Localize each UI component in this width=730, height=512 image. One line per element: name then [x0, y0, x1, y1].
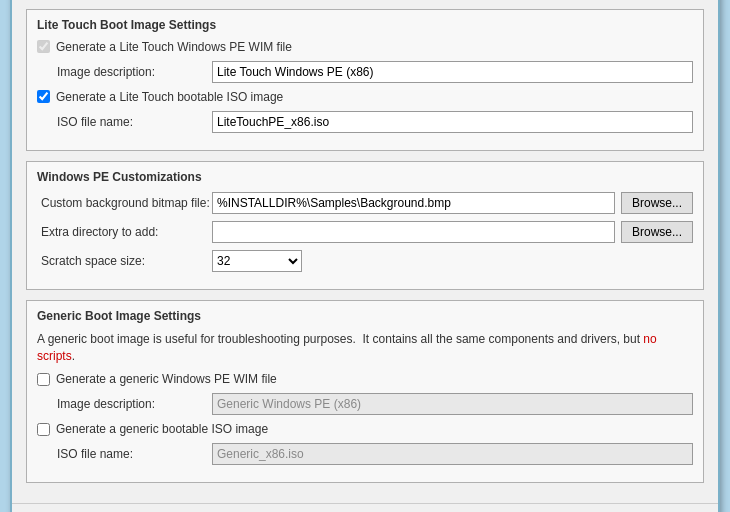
no-scripts-highlight: no scripts: [37, 332, 657, 363]
generic-iso-label: Generate a generic bootable ISO image: [56, 422, 268, 436]
generic-boot-section: Generic Boot Image Settings A generic bo…: [26, 300, 704, 484]
lite-touch-section: Lite Touch Boot Image Settings Generate …: [26, 9, 704, 151]
generic-iso-filename-label: ISO file name:: [37, 447, 212, 461]
scratch-size-label: Scratch space size:: [37, 254, 212, 268]
generic-iso-filename-row: ISO file name:: [37, 443, 693, 465]
scratch-size-row: Scratch space size: 32 64 128: [37, 250, 693, 272]
wim-checkbox-row: Generate a Lite Touch Windows PE WIM fil…: [37, 40, 693, 54]
iso-filename-row: ISO file name:: [37, 111, 693, 133]
extra-dir-browse-button[interactable]: Browse...: [621, 221, 693, 243]
generic-image-desc-row: Image description:: [37, 393, 693, 415]
generic-boot-description: A generic boot image is useful for troub…: [37, 331, 693, 365]
image-desc-label: Image description:: [37, 65, 212, 79]
generic-boot-title: Generic Boot Image Settings: [37, 309, 693, 323]
extra-dir-row: Extra directory to add: Browse...: [37, 221, 693, 243]
iso-checkbox-row: Generate a Lite Touch bootable ISO image: [37, 90, 693, 104]
generic-image-desc-label: Image description:: [37, 397, 212, 411]
iso-filename-label: ISO file name:: [37, 115, 212, 129]
button-bar: OK Annuler Appliquer Aide: [12, 503, 718, 512]
lite-touch-title: Lite Touch Boot Image Settings: [37, 18, 693, 32]
iso-filename-input[interactable]: [212, 111, 693, 133]
generic-wim-label: Generate a generic Windows PE WIM file: [56, 372, 277, 386]
scratch-size-select[interactable]: 32 64 128: [212, 250, 302, 272]
iso-checkbox-label: Generate a Lite Touch bootable ISO image: [56, 90, 283, 104]
bg-bitmap-row: Custom background bitmap file: Browse...: [37, 192, 693, 214]
extra-dir-label: Extra directory to add:: [37, 225, 212, 239]
generic-iso-filename-input: [212, 443, 693, 465]
generic-iso-checkbox[interactable]: [37, 423, 50, 436]
generic-image-desc-input: [212, 393, 693, 415]
wim-checkbox-label: Generate a Lite Touch Windows PE WIM fil…: [56, 40, 292, 54]
wim-checkbox[interactable]: [37, 40, 50, 53]
bg-bitmap-label: Custom background bitmap file:: [37, 196, 212, 210]
generic-wim-checkbox-row: Generate a generic Windows PE WIM file: [37, 372, 693, 386]
tab-content: Lite Touch Boot Image Settings Generate …: [12, 0, 718, 503]
image-desc-row: Image description:: [37, 61, 693, 83]
wpe-custom-title: Windows PE Customizations: [37, 170, 693, 184]
bg-bitmap-browse-button[interactable]: Browse...: [621, 192, 693, 214]
generic-iso-checkbox-row: Generate a generic bootable ISO image: [37, 422, 693, 436]
bg-bitmap-input[interactable]: [212, 192, 615, 214]
dialog-window: General Features Drivers and Patches Lit…: [10, 0, 720, 512]
iso-checkbox[interactable]: [37, 90, 50, 103]
extra-dir-input[interactable]: [212, 221, 615, 243]
wpe-custom-section: Windows PE Customizations Custom backgro…: [26, 161, 704, 290]
generic-wim-checkbox[interactable]: [37, 373, 50, 386]
image-desc-input[interactable]: [212, 61, 693, 83]
